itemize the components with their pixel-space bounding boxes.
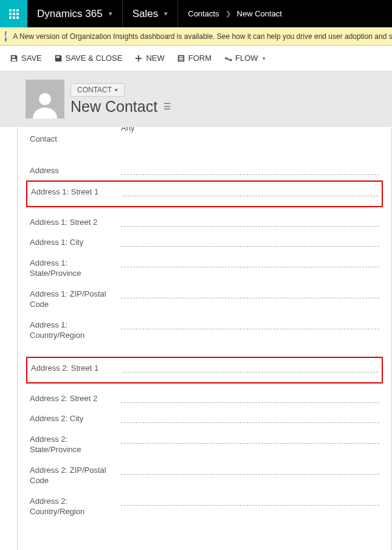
entity-type-dropdown[interactable]: CONTACT ▾ [70,83,125,97]
waffle-icon [9,9,19,19]
field-input[interactable] [121,236,379,247]
save-button[interactable]: SAVE [9,51,43,65]
flow-button[interactable]: FLOW ▾ [222,51,267,65]
chevron-right-icon: ❯ [225,10,231,18]
field-label: Address 2: Country/Region [30,495,121,517]
form-button[interactable]: FORM [176,51,213,65]
form-field-row: Address 2: Street 2 [30,383,379,404]
save-label: SAVE [21,53,42,63]
form-field-row: Address 1: State/Province [30,248,379,279]
field-input[interactable] [121,164,379,175]
field-label: Address 2: Street 1 [31,362,122,374]
chevron-down-icon: ▾ [164,10,168,18]
info-icon: i [5,31,7,42]
save-close-button[interactable]: SAVE & CLOSE [53,51,124,65]
form-field-row: Address [30,156,379,176]
related-records-icon[interactable]: ☰ [163,101,171,111]
form-field-row: Address 1: Street 1 [26,180,383,207]
form-field-row: Address 1: ZIP/Postal Code [30,279,379,310]
notification-bar[interactable]: i A New version of Organization Insights… [0,27,392,46]
form-field-row: Address 2: State/Province [30,424,379,455]
form-wrapper: Any Contact AddressAddress 1: Street 1Ad… [0,127,392,550]
field-label: Address 1: State/Province [30,256,121,279]
contact-field-label: Contact [30,132,121,145]
new-label: NEW [146,53,164,63]
field-input[interactable] [121,287,379,298]
chevron-down-icon: ▾ [109,10,112,18]
command-bar: SAVE SAVE & CLOSE NEW FORM FLOW ▾ [0,46,392,71]
person-icon [30,89,60,119]
field-label: Address 1: Street 1 [31,185,122,198]
field-input[interactable] [121,318,379,329]
field-label: Address [30,164,121,176]
form-field-row: Address 1: Street 2 [30,207,379,228]
field-input[interactable] [121,495,379,506]
field-label: Address 2: ZIP/Postal Code [30,464,121,486]
save-icon [10,54,18,63]
field-input[interactable] [122,185,378,196]
form-field-row: Address 2: ZIP/Postal Code [30,455,379,486]
record-title: New Contact [70,98,157,115]
chevron-down-icon: ▾ [263,55,266,61]
form-field-row: Address 1: Country/Region [30,310,379,341]
save-close-icon [54,54,63,63]
field-input[interactable] [121,392,379,403]
breadcrumb-current: New Contact [237,9,282,18]
field-input[interactable] [121,433,379,444]
flow-icon [224,54,232,63]
entity-type-label: CONTACT [77,86,112,94]
field-label: Address 1: Street 2 [30,216,121,228]
field-label: Address 2: Street 2 [30,392,121,404]
module-label: Sales [132,8,159,20]
field-input[interactable] [121,216,379,227]
field-label: Address 1: Country/Region [30,318,121,341]
form-field-row: Address 2: City [30,404,379,424]
form-label: FORM [188,53,211,63]
field-label: Address 2: City [30,412,121,424]
breadcrumb-parent-link[interactable]: Contacts [188,9,219,18]
partial-value-any: Any [121,127,379,132]
field-input[interactable] [121,256,379,267]
record-header: CONTACT ▾ New Contact ☰ [0,71,392,127]
module-dropdown[interactable]: Sales ▾ [123,0,179,27]
record-header-titles: CONTACT ▾ New Contact ☰ [70,83,171,115]
form-field-row: Address 2: Country/Region [30,486,379,517]
save-close-label: SAVE & CLOSE [66,53,123,63]
form-icon [177,54,185,63]
notification-text: A New version of Organization Insights d… [13,32,392,41]
field-input[interactable] [121,412,379,423]
contact-field-row: Contact [30,132,379,145]
breadcrumb: Contacts ❯ New Contact [178,9,292,18]
flow-label: FLOW [235,53,258,63]
form-field-row: Address 2: Street 1 [26,357,383,383]
record-title-row: New Contact ☰ [70,98,171,115]
field-label: Address 2: State/Province [30,433,121,455]
new-button[interactable]: NEW [133,51,165,65]
chevron-down-icon: ▾ [115,87,118,93]
field-input[interactable] [121,464,379,475]
app-name-label: Dynamics 365 [37,8,103,20]
field-label: Address 1: City [30,236,121,248]
form-body: Any Contact AddressAddress 1: Street 1Ad… [17,127,392,550]
svg-point-0 [39,93,51,105]
field-label: Address 1: ZIP/Postal Code [30,287,121,310]
app-name-dropdown[interactable]: Dynamics 365 ▾ [27,0,123,27]
top-navigation-bar: Dynamics 365 ▾ Sales ▾ Contacts ❯ New Co… [0,0,392,27]
contact-avatar[interactable] [26,80,64,119]
form-field-row: Address 1: City [30,227,379,248]
app-launcher-button[interactable] [0,0,27,27]
plus-icon [134,54,143,63]
field-input[interactable] [122,362,378,373]
